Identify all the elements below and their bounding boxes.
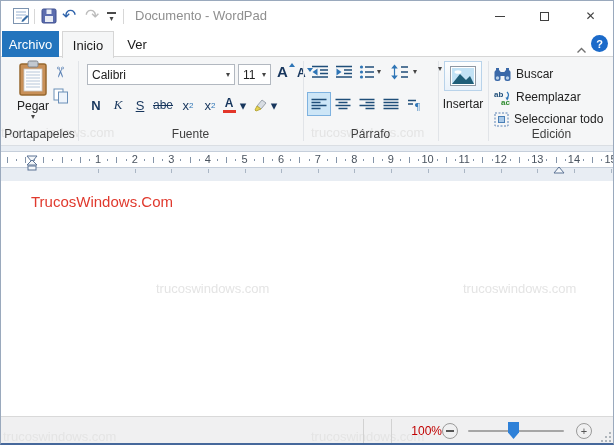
superscript-button[interactable]: x2 [200, 94, 220, 116]
titlebar: ↶ ↷ ▾ Documento - WordPad ✕ [1, 1, 613, 31]
strikethrough-button[interactable]: abe [150, 94, 176, 116]
select-all-button[interactable]: Seleccionar todo [494, 109, 603, 129]
replace-label: Reemplazar [516, 90, 581, 104]
ruler-number: 11 [458, 153, 469, 165]
paragraph-settings-icon[interactable]: ¶ [403, 92, 427, 116]
align-left-button[interactable] [307, 92, 331, 116]
undo-arrow-icon[interactable]: ↶ [62, 7, 76, 24]
window-title: Documento - WordPad [135, 8, 267, 23]
insert-dropdown-icon[interactable]: ▾ [438, 64, 442, 73]
paste-label: Pegar [17, 99, 49, 113]
ruler-tick [180, 159, 181, 161]
clipboard-icon [18, 60, 48, 97]
status-separator [363, 419, 364, 443]
ruler-number: 9 [388, 153, 394, 165]
zoom-out-button[interactable] [442, 423, 458, 439]
decrease-indent-icon[interactable] [311, 62, 329, 82]
ruler-number: 5 [241, 153, 247, 165]
bullet-list-icon[interactable] [359, 62, 375, 82]
group-label-portapapeles: Portapapeles [1, 127, 78, 141]
insert-picture-button[interactable] [444, 61, 482, 91]
tab-inicio[interactable]: Inicio [62, 31, 114, 58]
bold-button[interactable]: N [86, 94, 106, 116]
ruler-tick [446, 157, 447, 163]
ruler-tick [382, 159, 383, 161]
ruler-tick [327, 159, 328, 161]
align-center-button[interactable] [331, 92, 355, 116]
copy-icon[interactable] [53, 88, 69, 108]
collapse-ribbon-chevron-icon[interactable] [576, 40, 587, 58]
ruler-tick [71, 159, 72, 161]
ruler-tick [299, 157, 300, 163]
maximize-icon[interactable] [528, 1, 561, 31]
font-family-combobox[interactable]: Calibri ▾ [87, 64, 235, 85]
ruler-band: 123456789101112131415 [1, 151, 613, 168]
font-color-dropdown-icon[interactable]: ▾ [238, 94, 248, 116]
tab-archivo[interactable]: Archivo [2, 31, 59, 57]
ruler-tick [16, 159, 17, 161]
highlight-dropdown-icon[interactable]: ▾ [269, 94, 279, 116]
align-right-button[interactable] [355, 92, 379, 116]
replace-icon: ab ac [494, 90, 511, 105]
grow-font-button[interactable]: A [277, 63, 288, 80]
chevron-down-icon: ▾ [226, 71, 230, 79]
left-indent-marker[interactable] [26, 157, 38, 175]
font-color-bar [223, 110, 236, 113]
find-button[interactable]: Buscar [494, 64, 553, 84]
picture-icon [450, 66, 476, 86]
zoom-in-button[interactable]: + [576, 423, 592, 439]
subscript-button[interactable]: x2 [178, 94, 198, 116]
ruler-tick [592, 157, 593, 163]
select-all-icon [494, 112, 509, 127]
line-spacing-icon[interactable] [391, 62, 408, 82]
ruler-tick [455, 159, 456, 161]
group-label-fuente: Fuente [78, 127, 303, 141]
ruler-subtick [464, 169, 465, 173]
ruler-tick [418, 159, 419, 161]
zoom-slider-thumb[interactable] [508, 422, 519, 439]
font-size-value: 11 [243, 68, 255, 82]
help-icon[interactable]: ? [591, 35, 608, 52]
replace-button[interactable]: ab ac Reemplazar [494, 87, 581, 107]
ruler-tick [492, 159, 493, 161]
customize-quick-access-dropdown-icon[interactable]: ▾ [106, 12, 117, 23]
svg-text:ac: ac [501, 97, 510, 105]
find-label: Buscar [516, 67, 553, 81]
ruler-tick [190, 157, 191, 163]
minimize-icon[interactable] [483, 1, 516, 31]
ruler-tick [482, 157, 483, 163]
chevron-down-icon: ▾ [262, 71, 266, 79]
ruler-tick [510, 159, 511, 161]
italic-button[interactable]: K [108, 94, 128, 116]
floppy-disk-icon[interactable] [41, 8, 57, 24]
ruler-tick [107, 159, 108, 161]
ruler-substrip [1, 168, 613, 174]
bullet-list-dropdown-icon[interactable]: ▾ [377, 62, 381, 82]
group-label-parrafo: Párrafo [303, 127, 438, 141]
font-size-combobox[interactable]: 11 ▾ [238, 64, 271, 85]
text-highlight-icon[interactable] [250, 94, 270, 116]
tab-ver[interactable]: Ver [114, 31, 160, 57]
wordpad-app-icon[interactable] [12, 7, 30, 29]
ruler-tick [52, 159, 53, 161]
ruler-tick [153, 157, 154, 163]
close-icon[interactable]: ✕ [574, 1, 607, 31]
line-spacing-dropdown-icon[interactable]: ▾ [413, 62, 417, 82]
justify-button[interactable] [379, 92, 403, 116]
underline-button[interactable]: S [130, 94, 150, 116]
status-bar: 100% + [1, 416, 613, 444]
ruler-tick [290, 159, 291, 161]
cut-scissors-icon[interactable]: ✂ [53, 66, 68, 79]
document-area[interactable]: TrucosWindows.Com [1, 181, 613, 416]
insert-label: Insertar [438, 97, 488, 111]
font-color-button[interactable]: A [220, 94, 238, 116]
ribbon: Pegar ▾ ✂ Portapapeles Calibri ▾ 11 ▾ [1, 57, 613, 146]
ruler-subtick [354, 169, 355, 173]
redo-arrow-icon[interactable]: ↷ [85, 7, 99, 24]
group-edicion: Buscar ab ac Reemplazar Seleccionar todo… [488, 57, 614, 145]
increase-indent-icon[interactable] [335, 62, 353, 82]
resize-grip[interactable] [600, 431, 611, 442]
right-indent-marker[interactable] [553, 160, 565, 178]
ruler-subtick [391, 169, 392, 173]
ruler-tick [473, 159, 474, 161]
